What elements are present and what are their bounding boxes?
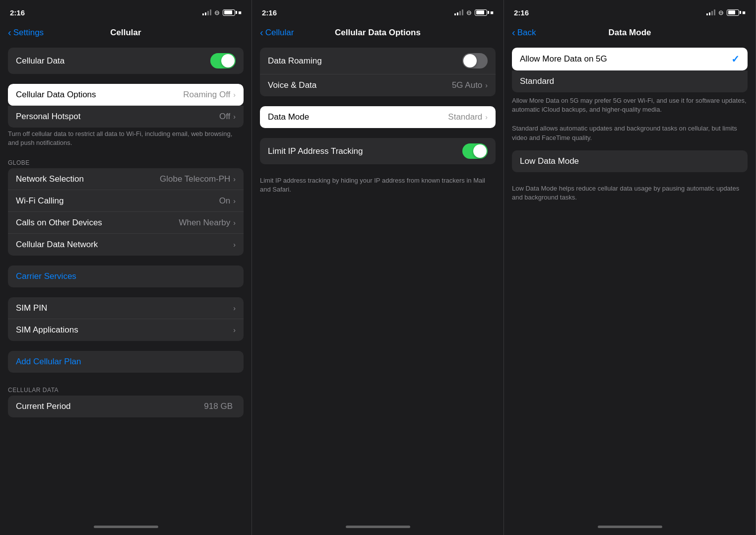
- add-cellular-group: Add Cellular Plan: [8, 351, 244, 373]
- status-icons-2: ⊖ ■: [454, 9, 494, 16]
- standard-description: Standard allows automatic updates and ba…: [504, 122, 756, 150]
- cellular-data-network-label: Cellular Data Network: [16, 240, 233, 250]
- chevron-right-5: ›: [233, 219, 236, 227]
- content-3: Allow More Data on 5G ✓ Standard Allow M…: [504, 44, 756, 518]
- battery-icon-3: [727, 9, 739, 16]
- network-selection-label: Network Selection: [16, 174, 160, 184]
- wifi-icon-2: ⊖: [466, 9, 472, 16]
- carrier-services-item[interactable]: Carrier Services: [8, 266, 244, 287]
- add-cellular-plan-item[interactable]: Add Cellular Plan: [8, 351, 244, 373]
- current-period-item[interactable]: Current Period 918 GB: [8, 396, 244, 417]
- cellular-data-options-item[interactable]: Cellular Data Options Roaming Off ›: [8, 84, 244, 106]
- cellular-data-section-header: CELLULAR DATA: [0, 383, 252, 396]
- data-roaming-toggle[interactable]: [462, 53, 488, 68]
- page-title-3: Data Mode: [609, 28, 651, 38]
- cellular-data-options-container: Cellular Data Options Roaming Off ›: [8, 84, 244, 106]
- voice-data-item[interactable]: Voice & Data 5G Auto ›: [260, 74, 496, 96]
- chevron-right-7: ›: [233, 304, 236, 312]
- sim-group: SIM PIN › SIM Applications ›: [8, 297, 244, 341]
- sim-applications-label: SIM Applications: [16, 325, 233, 335]
- globe-group: Network Selection Globe Telecom-PH › Wi-…: [8, 168, 244, 256]
- back-label-3: Back: [517, 28, 536, 38]
- back-label-2: Cellular: [265, 28, 294, 38]
- chevron-back-1: ‹: [8, 27, 11, 38]
- hotspot-description: Turn off cellular data to restrict all d…: [0, 128, 252, 155]
- calls-other-devices-label: Calls on Other Devices: [16, 218, 179, 228]
- panel-data-mode: 2:16 ⊖ ■ ‹ Back Data Mode Allow More Dat…: [504, 0, 756, 535]
- home-bar-1: [94, 526, 158, 528]
- data-roaming-group: Data Roaming Voice & Data 5G Auto ›: [260, 48, 496, 96]
- chevron-right-p2-1: ›: [485, 81, 488, 89]
- back-button-3[interactable]: ‹ Back: [512, 27, 536, 38]
- low-data-group: Low Data Mode: [512, 150, 748, 172]
- calls-other-devices-item[interactable]: Calls on Other Devices When Nearby ›: [8, 212, 244, 234]
- toggle-thumb-3: [473, 144, 487, 158]
- wifi-calling-item[interactable]: Wi-Fi Calling On ›: [8, 190, 244, 212]
- data-mode-item[interactable]: Data Mode Standard ›: [260, 106, 496, 128]
- home-bar-3: [598, 526, 662, 528]
- sim-pin-item[interactable]: SIM PIN ›: [8, 297, 244, 319]
- chevron-right-p2-2: ›: [485, 113, 488, 121]
- sim-icon-2: ■: [490, 9, 494, 15]
- cellular-data-item[interactable]: Cellular Data: [8, 48, 244, 74]
- cellular-data-group: Cellular Data: [8, 48, 244, 74]
- battery-icon-2: [475, 9, 487, 16]
- checkmark-icon: ✓: [731, 53, 740, 65]
- globe-section-header: GLOBE: [0, 155, 252, 168]
- allow-more-data-item[interactable]: Allow More Data on 5G ✓: [512, 48, 748, 70]
- status-time-3: 2:16: [514, 8, 529, 17]
- allow-more-data-description: Allow More Data on 5G may prefer 5G over…: [504, 92, 756, 122]
- wifi-icon-3: ⊖: [718, 9, 724, 16]
- chevron-back-2: ‹: [260, 27, 263, 38]
- limit-ip-toggle[interactable]: [462, 143, 488, 159]
- page-title-1: Cellular: [110, 28, 141, 38]
- standard-label: Standard: [520, 76, 740, 86]
- wifi-calling-label: Wi-Fi Calling: [16, 196, 219, 206]
- personal-hotspot-group: Personal Hotspot Off ›: [8, 106, 244, 128]
- current-period-value: 918 GB: [204, 401, 233, 411]
- home-indicator-2: [252, 518, 504, 535]
- back-label-1: Settings: [13, 28, 44, 38]
- cellular-data-network-item[interactable]: Cellular Data Network ›: [8, 234, 244, 256]
- carrier-services-group: Carrier Services: [8, 266, 244, 287]
- limit-ip-item[interactable]: Limit IP Address Tracking: [260, 138, 496, 164]
- nav-header-3: ‹ Back Data Mode: [504, 22, 756, 44]
- sim-pin-label: SIM PIN: [16, 303, 233, 313]
- content-1: Cellular Data Cellular Data Options Roam…: [0, 44, 252, 518]
- personal-hotspot-item[interactable]: Personal Hotspot Off ›: [8, 106, 244, 128]
- chevron-right-1: ›: [233, 91, 236, 99]
- home-indicator-1: [0, 518, 252, 535]
- cellular-data-toggle[interactable]: [210, 53, 236, 68]
- panel-cellular: 2:16 ⊖ ■ ‹ Settings Cellular Cellular Da…: [0, 0, 252, 535]
- data-mode-value: Standard: [448, 112, 482, 122]
- nav-header-2: ‹ Cellular Cellular Data Options: [252, 22, 504, 44]
- cellular-data-label: Cellular Data: [16, 56, 210, 66]
- voice-data-value: 5G Auto: [452, 80, 482, 90]
- options-group-wrapper: Cellular Data Options Roaming Off › Pers…: [8, 84, 244, 128]
- data-roaming-item[interactable]: Data Roaming: [260, 48, 496, 74]
- status-icons-1: ⊖ ■: [202, 9, 242, 16]
- calls-other-devices-value: When Nearby: [179, 218, 230, 228]
- allow-more-data-label: Allow More Data on 5G: [520, 54, 731, 64]
- current-period-label: Current Period: [16, 401, 204, 411]
- sim-applications-item[interactable]: SIM Applications ›: [8, 319, 244, 341]
- network-selection-item[interactable]: Network Selection Globe Telecom-PH ›: [8, 168, 244, 190]
- back-button-2[interactable]: ‹ Cellular: [260, 27, 294, 38]
- wifi-calling-value: On: [219, 196, 231, 206]
- voice-data-label: Voice & Data: [268, 80, 452, 90]
- standard-item[interactable]: Standard: [512, 70, 748, 92]
- chevron-right-4: ›: [233, 197, 236, 205]
- status-bar-3: 2:16 ⊖ ■: [504, 0, 756, 22]
- sim-icon-3: ■: [742, 9, 746, 15]
- add-cellular-plan-label: Add Cellular Plan: [16, 357, 236, 367]
- low-data-description: Low Data Mode helps reduce cellular data…: [504, 182, 756, 210]
- low-data-item[interactable]: Low Data Mode: [512, 150, 748, 172]
- chevron-back-3: ‹: [512, 27, 515, 38]
- page-title-2: Cellular Data Options: [335, 28, 421, 38]
- current-period-group: Current Period 918 GB: [8, 396, 244, 417]
- toggle-thumb: [221, 54, 235, 67]
- standard-group: Standard: [512, 70, 748, 92]
- data-mode-label: Data Mode: [268, 112, 448, 122]
- status-bar-2: 2:16 ⊖ ■: [252, 0, 504, 22]
- back-button-1[interactable]: ‹ Settings: [8, 27, 44, 38]
